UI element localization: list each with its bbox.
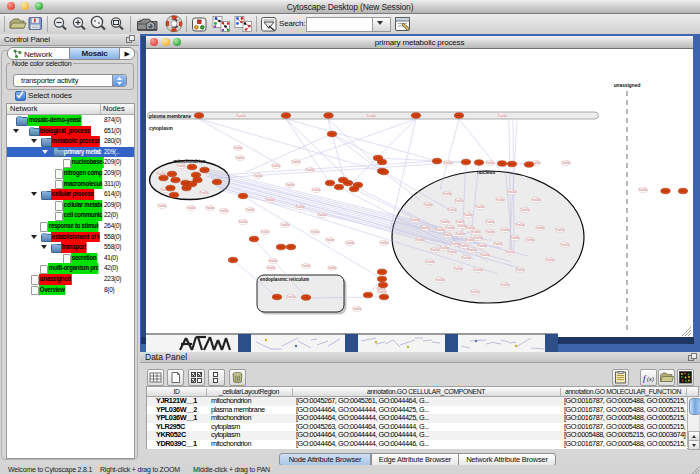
svg-text:Yxx00x: Yxx00x — [326, 238, 335, 242]
svg-text:Yxx00x: Yxx00x — [158, 204, 167, 208]
svg-text:Yxx00x: Yxx00x — [468, 248, 477, 252]
svg-text:Yxx00x: Yxx00x — [446, 226, 455, 230]
svg-text:nucleus: nucleus — [477, 170, 495, 175]
svg-text:Yxx00x: Yxx00x — [455, 199, 464, 203]
svg-text:Yxx00x: Yxx00x — [234, 146, 243, 150]
svg-text:Yxx00x: Yxx00x — [421, 226, 430, 230]
svg-text:Yxx00x: Yxx00x — [521, 208, 530, 212]
svg-text:Yxx00x: Yxx00x — [456, 232, 465, 236]
svg-text:Yxx00x: Yxx00x — [536, 226, 545, 230]
svg-text:Yxx00x: Yxx00x — [237, 114, 246, 118]
svg-text:Yxx00x: Yxx00x — [506, 250, 515, 254]
svg-text:Yxx00x: Yxx00x — [556, 228, 565, 232]
svg-text:Yxx00x: Yxx00x — [444, 233, 453, 237]
svg-text:Yxx00x: Yxx00x — [272, 164, 281, 168]
svg-text:Yxx00x: Yxx00x — [472, 230, 481, 234]
svg-text:Yxx00x: Yxx00x — [448, 250, 457, 254]
svg-text:Yxx00x: Yxx00x — [311, 230, 320, 234]
svg-text:Yxx00x: Yxx00x — [328, 266, 337, 270]
svg-text:Yxx00x: Yxx00x — [456, 220, 465, 224]
svg-text:Yxx00x: Yxx00x — [448, 208, 457, 212]
svg-text:Yxx00x: Yxx00x — [498, 114, 507, 118]
svg-text:Yxx00x: Yxx00x — [486, 220, 495, 224]
svg-text:Yxx00x: Yxx00x — [346, 241, 355, 245]
svg-text:Yxx00x: Yxx00x — [443, 192, 452, 196]
svg-text:Yxx00x: Yxx00x — [269, 259, 278, 263]
svg-text:Yxx00x: Yxx00x — [177, 164, 186, 168]
svg-text:Yxx00x: Yxx00x — [292, 160, 301, 164]
svg-text:unassigned: unassigned — [614, 83, 641, 88]
svg-text:Yxx00x: Yxx00x — [454, 267, 463, 271]
svg-text:Yxx00x: Yxx00x — [426, 260, 435, 264]
svg-text:Yxx00x: Yxx00x — [353, 307, 362, 311]
svg-text:Yxx00x: Yxx00x — [562, 161, 571, 165]
svg-text:endoplasmic reticulum: endoplasmic reticulum — [260, 277, 309, 282]
svg-text:(x): (x) — [647, 376, 654, 383]
svg-text:Yxx00x: Yxx00x — [451, 242, 460, 246]
svg-text:Yxx00x: Yxx00x — [266, 198, 275, 202]
svg-text:Yxx00x: Yxx00x — [508, 190, 517, 194]
svg-text:Yxx00x: Yxx00x — [526, 238, 535, 242]
svg-text:Yxx00x: Yxx00x — [460, 244, 469, 248]
svg-text:Yxx00x: Yxx00x — [286, 183, 295, 187]
svg-text:Yxx00x: Yxx00x — [236, 156, 245, 160]
svg-text:Yxx00x: Yxx00x — [436, 278, 445, 282]
svg-text:Yxx00x: Yxx00x — [516, 268, 525, 272]
svg-text:Yxx00x: Yxx00x — [296, 205, 305, 209]
svg-text:Yxx00x: Yxx00x — [440, 246, 449, 250]
svg-text:Yxx00x: Yxx00x — [302, 264, 311, 268]
svg-text:plasma membrane: plasma membrane — [149, 114, 191, 119]
svg-text:Yxx00x: Yxx00x — [462, 256, 471, 260]
svg-text:Yxx00x: Yxx00x — [200, 191, 209, 195]
svg-text:Yxx00x: Yxx00x — [474, 268, 483, 272]
svg-text:Yxx00x: Yxx00x — [476, 205, 485, 209]
svg-text:Yxx00x: Yxx00x — [486, 230, 495, 234]
svg-text:Yxx00x: Yxx00x — [318, 213, 327, 217]
svg-text:Yxx00x: Yxx00x — [501, 228, 510, 232]
svg-text:Yxx00x: Yxx00x — [220, 209, 229, 213]
svg-text:Yxx00x: Yxx00x — [380, 241, 389, 245]
svg-text:Yxx00x: Yxx00x — [312, 188, 321, 192]
svg-text:Yxx00x: Yxx00x — [416, 238, 425, 242]
svg-text:Yxx00x: Yxx00x — [239, 220, 248, 224]
svg-text:Yxx00x: Yxx00x — [306, 168, 315, 172]
svg-text:Yxx00x: Yxx00x — [411, 218, 420, 222]
svg-text:Yxx00x: Yxx00x — [206, 206, 215, 210]
svg-text:Yxx00x: Yxx00x — [486, 161, 495, 165]
svg-text:Yxx00x: Yxx00x — [367, 114, 376, 118]
svg-text:Yxx00x: Yxx00x — [267, 266, 276, 270]
svg-text:Yxx00x: Yxx00x — [378, 290, 387, 294]
svg-text:Yxx00x: Yxx00x — [546, 258, 555, 262]
svg-text:Yxx00x: Yxx00x — [478, 244, 487, 248]
svg-text:Yxx00x: Yxx00x — [561, 243, 570, 247]
svg-text:Yxx00x: Yxx00x — [436, 228, 445, 232]
svg-text:Yxx00x: Yxx00x — [246, 208, 255, 212]
svg-text:Yxx00x: Yxx00x — [516, 223, 525, 227]
svg-text:Yxx00x: Yxx00x — [464, 213, 473, 217]
svg-text:Yxx00x: Yxx00x — [471, 290, 480, 294]
svg-text:Yxx00x: Yxx00x — [474, 236, 483, 240]
svg-text:Yxx00x: Yxx00x — [496, 198, 505, 202]
svg-text:mitochondrion: mitochondrion — [173, 159, 205, 164]
svg-text:Yxx00x: Yxx00x — [424, 203, 433, 207]
svg-text:Yxx00x: Yxx00x — [287, 295, 296, 299]
svg-text:Yxx00x: Yxx00x — [532, 198, 541, 202]
svg-text:Yxx00x: Yxx00x — [431, 248, 440, 252]
svg-text:Yxx00x: Yxx00x — [494, 242, 503, 246]
svg-text:Yxx00x: Yxx00x — [444, 161, 453, 165]
svg-text:Yxx00x: Yxx00x — [441, 220, 450, 224]
svg-text:cytoplasm: cytoplasm — [149, 126, 173, 131]
svg-text:Yxx00x: Yxx00x — [261, 230, 270, 234]
svg-text:Yxx00x: Yxx00x — [281, 223, 290, 227]
svg-text:Yxx00x: Yxx00x — [466, 226, 475, 230]
svg-text:Yxx00x: Yxx00x — [501, 283, 510, 287]
svg-text:Yxx00x: Yxx00x — [639, 188, 648, 192]
svg-text:Yxx00x: Yxx00x — [481, 253, 490, 257]
svg-text:Yxx00x: Yxx00x — [511, 236, 520, 240]
svg-text:Yxx00x: Yxx00x — [187, 206, 196, 210]
svg-text:Yxx00x: Yxx00x — [254, 174, 263, 178]
